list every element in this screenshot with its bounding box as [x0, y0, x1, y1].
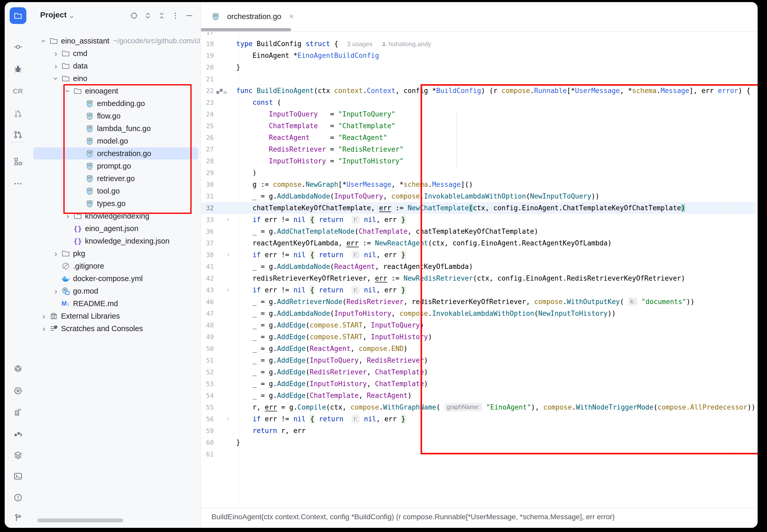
tree-item-readme-md[interactable]: M↓README.md: [31, 297, 201, 310]
tree-item-eino[interactable]: ›eino: [31, 72, 201, 85]
profiler-icon[interactable]: [13, 429, 23, 439]
code-line-42[interactable]: 42 redisRetrieverKeyOfRetriever, err := …: [201, 273, 758, 284]
code-line-26[interactable]: 26 ReactAgent = "ReactAgent": [201, 132, 758, 144]
code-line-54[interactable]: 54 _ = g.AddEdge(ChatTemplate, ReactAgen…: [201, 390, 758, 401]
code-line-53[interactable]: 53 _ = g.AddEdge(InputToHistory, ChatTem…: [201, 378, 758, 390]
code-viewport[interactable]: 1718type BuildConfig struct { 3 usageshu…: [201, 2, 758, 509]
gutter-metrics-icon[interactable]: [216, 88, 227, 95]
code-line-51[interactable]: 51 _ = g.AddEdge(InputToQuery, RedisRetr…: [201, 355, 758, 366]
chevron-down-icon[interactable]: ›: [68, 16, 77, 18]
tree-item-external-libraries[interactable]: ›External Libraries: [31, 310, 201, 322]
project-horizontal-scrollbar[interactable]: [37, 518, 123, 522]
code-line-25[interactable]: 25 ChatTemplate = "ChatTemplate": [201, 120, 758, 132]
code-line-38[interactable]: 38› if err != nil { return r: nil, err }: [201, 249, 758, 261]
chevron-collapsed-icon[interactable]: ›: [39, 324, 48, 333]
code-line-27[interactable]: 27 RedisRetriever = "RedisRetriever": [201, 144, 758, 155]
tree-item-model-go[interactable]: model.go: [31, 135, 201, 147]
more-icon[interactable]: [13, 178, 23, 189]
code-review-icon[interactable]: CR: [13, 86, 23, 96]
expand-all-icon[interactable]: [143, 11, 152, 20]
code-line-43[interactable]: 43› if err != nil { return r: nil, err }: [201, 284, 758, 296]
chevron-collapsed-icon[interactable]: ›: [51, 61, 60, 71]
tree-item-knowledgeindexing[interactable]: ›knowledgeindexing: [31, 210, 201, 222]
chevron-expanded-icon[interactable]: ›: [63, 86, 73, 96]
code-line-41[interactable]: 41 _ = g.AddLambdaNode(ReactAgent, react…: [201, 261, 758, 273]
code-line-20[interactable]: 20}: [201, 61, 758, 73]
terminal-icon[interactable]: [13, 471, 23, 481]
options-icon[interactable]: [171, 11, 180, 20]
tree-item-prompt-go[interactable]: prompt.go: [31, 160, 201, 172]
code-line-24[interactable]: 24 InputToQuery = "InputToQuery": [201, 108, 758, 120]
chevron-collapsed-icon[interactable]: ›: [63, 211, 72, 221]
chevron-collapsed-icon[interactable]: ›: [39, 311, 48, 321]
tree-item-pkg[interactable]: ›pkg: [31, 247, 201, 260]
tree-item-data[interactable]: ›data: [31, 60, 201, 72]
chevron-collapsed-icon[interactable]: ›: [51, 249, 60, 258]
chevron-expanded-icon[interactable]: ›: [51, 74, 61, 83]
tree-item-flow-go[interactable]: flow.go: [31, 110, 201, 122]
tree-item-eino-agent-json[interactable]: {}eino_agent.json: [31, 222, 201, 235]
tree-item-eino-assistant[interactable]: ›eino_assistant~/gocode/src/github.com/c…: [31, 35, 201, 47]
tree-item-docker-compose-yml[interactable]: docker-compose.yml: [31, 272, 201, 285]
editor-horizontal-scrollbar[interactable]: [201, 28, 291, 31]
tree-item--gitignore[interactable]: .gitignore: [31, 260, 201, 272]
packages-icon[interactable]: [13, 363, 23, 374]
code-line-29[interactable]: 29 ): [201, 167, 758, 179]
code-line-61[interactable]: 61: [201, 448, 758, 460]
code-line-59[interactable]: 59 return r, err: [201, 425, 758, 437]
tree-item-types-go[interactable]: types.go: [31, 197, 201, 210]
tree-item-orchestration-go[interactable]: orchestration.go: [31, 147, 201, 160]
tab-orchestration-go[interactable]: orchestration.go ×: [208, 2, 296, 31]
code-line-48[interactable]: 48 _ = g.AddEdge(compose.START, InputToQ…: [201, 319, 758, 331]
chevron-collapsed-icon[interactable]: ›: [51, 286, 60, 296]
problems-icon[interactable]: [13, 492, 23, 503]
project-icon[interactable]: [10, 7, 26, 24]
code-line-31[interactable]: 31 _ = g.AddLambdaNode(InputToQuery, com…: [201, 190, 758, 202]
chevron-collapsed-icon[interactable]: ›: [51, 49, 60, 58]
collapse-all-icon[interactable]: [157, 11, 166, 20]
tree-item-cmd[interactable]: ›cmd: [31, 47, 201, 60]
tree-item-einoagent[interactable]: ›einoagent: [31, 85, 201, 97]
fold-chevron-icon[interactable]: ›: [227, 215, 229, 223]
tree-item-embedding-go[interactable]: embedding.go: [31, 97, 201, 110]
structure-icon[interactable]: [13, 156, 23, 167]
documentation-icon[interactable]: [13, 407, 23, 417]
code-line-33[interactable]: 33› if err != nil { return r: nil, err }: [201, 214, 758, 226]
code-line-50[interactable]: 50 _ = g.AddEdge(ReactAgent, compose.END…: [201, 343, 758, 355]
code-line-28[interactable]: 28 InputToHistory = "InputToHistory": [201, 155, 758, 167]
locate-icon[interactable]: [129, 11, 139, 20]
tree-item-go-mod[interactable]: ›go.mod: [31, 285, 201, 297]
run-anything-icon[interactable]: [13, 386, 23, 396]
code-line-56[interactable]: 56› if err != nil { return r: nil, err }: [201, 413, 758, 425]
code-line-32[interactable]: 32 chatTemplateKeyOfChatTemplate, err :=…: [201, 202, 758, 214]
fold-chevron-icon[interactable]: ›: [227, 286, 229, 294]
tree-item-knowledge-indexing-json[interactable]: {}knowledge_indexing.json: [31, 235, 201, 247]
tree-item-scratches-and-consoles[interactable]: ›Scratches and Consoles: [31, 322, 201, 335]
code-line-36[interactable]: 36 _ = g.AddChatTemplateNode(ChatTemplat…: [201, 226, 758, 237]
fold-chevron-icon[interactable]: ›: [227, 250, 229, 258]
code-line-47[interactable]: 47 _ = g.AddLambdaNode(InputToHistory, c…: [201, 308, 758, 319]
chevron-expanded-icon[interactable]: ›: [39, 36, 49, 46]
code-line-46[interactable]: 46 _ = g.AddRetrieverNode(RedisRetriever…: [201, 296, 758, 308]
tree-item-retriever-go[interactable]: retriever.go: [31, 172, 201, 185]
pull-requests-icon[interactable]: [13, 108, 23, 119]
code-line-49[interactable]: 49 _ = g.AddEdge(compose.START, InputToH…: [201, 331, 758, 343]
vcs-compare-icon[interactable]: [13, 129, 23, 140]
hide-icon[interactable]: [185, 11, 194, 20]
version-control-icon[interactable]: [13, 513, 23, 523]
code-line-60[interactable]: 60}: [201, 437, 758, 448]
code-line-22[interactable]: 22func BuildEinoAgent(ctx context.Contex…: [201, 85, 758, 97]
code-line-30[interactable]: 30 g := compose.NewGraph[*UserMessage, *…: [201, 179, 758, 190]
tab-close-icon[interactable]: ×: [289, 12, 294, 21]
project-panel-title[interactable]: Project: [40, 10, 67, 19]
debug-icon[interactable]: [13, 64, 23, 74]
code-line-52[interactable]: 52 _ = g.AddEdge(RedisRetriever, ChatTem…: [201, 366, 758, 378]
code-line-37[interactable]: 37 reactAgentKeyOfLambda, err := NewReac…: [201, 237, 758, 249]
code-line-19[interactable]: 19 EinoAgent *EinoAgentBuildConfig: [201, 50, 758, 61]
tree-item-lambda-func-go[interactable]: lambda_func.go: [31, 122, 201, 135]
tree-item-tool-go[interactable]: tool.go: [31, 185, 201, 197]
code-line-21[interactable]: 21: [201, 73, 758, 85]
code-line-18[interactable]: 18type BuildConfig struct { 3 usageshuha…: [201, 38, 758, 50]
code-line-55[interactable]: 55 r, err = g.Compile(ctx, compose.WithG…: [201, 401, 758, 413]
services-icon[interactable]: [13, 450, 23, 460]
